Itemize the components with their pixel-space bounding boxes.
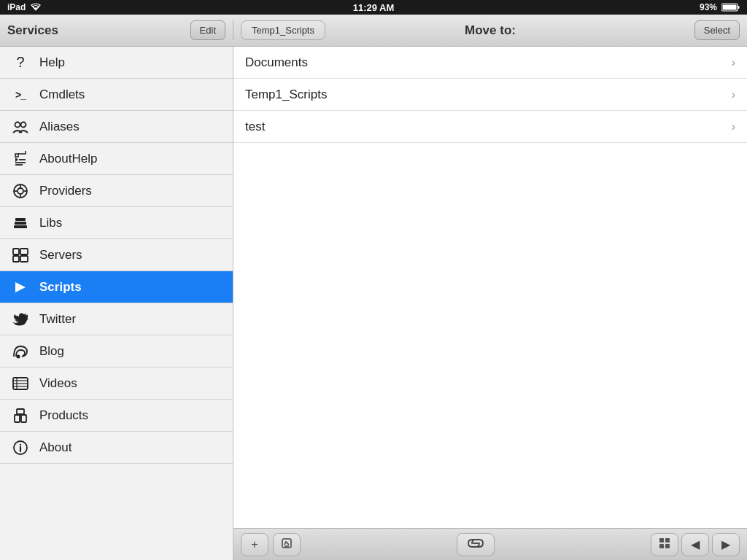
servers-icon: [12, 246, 29, 264]
chevron-right-icon: ›: [732, 120, 735, 133]
svg-point-3: [15, 122, 20, 127]
grid-icon: [659, 537, 670, 552]
row-label-test: test: [245, 120, 265, 134]
status-bar: iPad 11:29 AM 93%: [0, 0, 747, 15]
svg-rect-36: [665, 538, 670, 542]
sidebar-item-label: Help: [39, 55, 65, 70]
svg-rect-17: [20, 256, 28, 262]
nav-buttons: ◀ ▶: [651, 533, 740, 556]
select-button[interactable]: Select: [694, 20, 740, 40]
abouthelp-icon: [12, 150, 29, 168]
twitter-icon: [12, 311, 29, 328]
sidebar-item-label: Blog: [39, 344, 64, 359]
battery-icon: [721, 3, 740, 12]
nav-bar: Services Edit Temp1_Scripts Move to: Sel…: [0, 15, 747, 47]
move-to-label: Move to:: [465, 23, 516, 38]
sidebar-item-label: Aliases: [39, 120, 80, 134]
sidebar-item-label: Scripts: [39, 280, 82, 295]
sidebar-item-libs[interactable]: Libs: [0, 207, 233, 239]
edit-file-button[interactable]: [273, 533, 301, 556]
next-button[interactable]: ▶: [712, 533, 740, 556]
battery-pct: 93%: [700, 2, 717, 12]
providers-icon: [12, 182, 29, 200]
detail-list: Documents › Temp1_Scripts › test ›: [233, 47, 747, 528]
detail-row[interactable]: test ›: [233, 111, 747, 143]
svg-rect-15: [13, 256, 19, 262]
sidebar-item-help[interactable]: ? Help: [0, 47, 233, 79]
svg-point-31: [20, 443, 21, 445]
libs-icon: [12, 214, 29, 232]
blog-icon: [12, 343, 29, 360]
cmdlets-icon: >_: [12, 86, 29, 104]
sidebar-item-servers[interactable]: Servers: [0, 239, 233, 271]
chevron-right-icon: ›: [732, 88, 735, 101]
sidebar-item-twitter[interactable]: Twitter: [0, 303, 233, 335]
chevron-right-icon: ›: [732, 56, 735, 69]
videos-icon: [12, 375, 29, 392]
services-title: Services: [7, 23, 58, 38]
sidebar-item-label: Cmdlets: [39, 88, 85, 102]
sidebar-item-cmdlets[interactable]: >_ Cmdlets: [0, 79, 233, 111]
sidebar-item-aliases[interactable]: Aliases: [0, 111, 233, 143]
status-time: 11:29 AM: [353, 2, 395, 13]
status-left: iPad: [7, 2, 42, 13]
sidebar-item-providers[interactable]: Providers: [0, 175, 233, 207]
sidebar-item-label: About: [39, 440, 71, 455]
sidebar-item-blog[interactable]: Blog: [0, 335, 233, 368]
link-icon: [466, 538, 485, 551]
sidebar-item-label: Providers: [39, 184, 92, 198]
svg-point-19: [17, 354, 20, 358]
device-label: iPad: [7, 2, 26, 12]
grid-view-button[interactable]: [651, 533, 678, 556]
svg-rect-12: [15, 222, 26, 225]
sidebar-item-scripts[interactable]: Scripts: [0, 271, 233, 303]
products-icon: [12, 407, 29, 424]
detail-row[interactable]: Temp1_Scripts ›: [233, 79, 747, 111]
prev-icon: ◀: [691, 537, 700, 551]
link-button[interactable]: [457, 533, 495, 556]
svg-rect-38: [665, 544, 670, 548]
nav-right: Temp1_Scripts Move to: Select: [233, 20, 747, 40]
svg-rect-27: [17, 409, 24, 414]
detail-row[interactable]: Documents ›: [233, 47, 747, 79]
svg-rect-2: [723, 5, 737, 10]
sidebar-item-label: Libs: [39, 216, 62, 230]
svg-rect-11: [14, 225, 27, 228]
sidebar-item-label: Servers: [39, 248, 82, 262]
status-right: 93%: [700, 2, 740, 12]
aliases-icon: [12, 118, 29, 136]
svg-rect-1: [738, 6, 740, 9]
breadcrumb-tab[interactable]: Temp1_Scripts: [241, 20, 325, 40]
svg-rect-13: [15, 218, 26, 221]
sidebar-item-videos[interactable]: Videos: [0, 368, 233, 400]
sidebar: ? Help >_ Cmdlets Aliases AboutHelp: [0, 47, 233, 560]
sidebar-item-products[interactable]: Products: [0, 400, 233, 432]
sidebar-item-label: Videos: [39, 376, 77, 391]
sidebar-item-abouthelp[interactable]: AboutHelp: [0, 143, 233, 175]
svg-rect-37: [659, 544, 664, 548]
svg-rect-26: [21, 415, 26, 422]
add-button[interactable]: +: [241, 533, 268, 556]
row-label-documents: Documents: [245, 55, 308, 70]
scripts-icon: [12, 279, 29, 296]
about-icon: [12, 439, 29, 456]
toolbar-center: [305, 533, 646, 556]
sidebar-item-about[interactable]: About: [0, 432, 233, 464]
add-icon: +: [251, 538, 258, 551]
help-icon: ?: [12, 54, 29, 71]
row-label-temp1: Temp1_Scripts: [245, 88, 327, 102]
bottom-toolbar: + ◀: [233, 528, 747, 560]
next-icon: ▶: [721, 537, 730, 551]
sidebar-item-label: Twitter: [39, 312, 76, 327]
svg-rect-16: [20, 249, 28, 254]
svg-point-6: [18, 188, 23, 194]
sidebar-item-label: Products: [39, 408, 88, 423]
edit-icon: [281, 537, 293, 552]
edit-button[interactable]: Edit: [190, 20, 225, 40]
prev-button[interactable]: ◀: [681, 533, 709, 556]
svg-marker-18: [15, 282, 26, 292]
svg-rect-25: [15, 415, 20, 422]
svg-point-4: [21, 122, 26, 127]
nav-left: Services Edit: [0, 20, 233, 40]
wifi-icon: [30, 2, 42, 13]
